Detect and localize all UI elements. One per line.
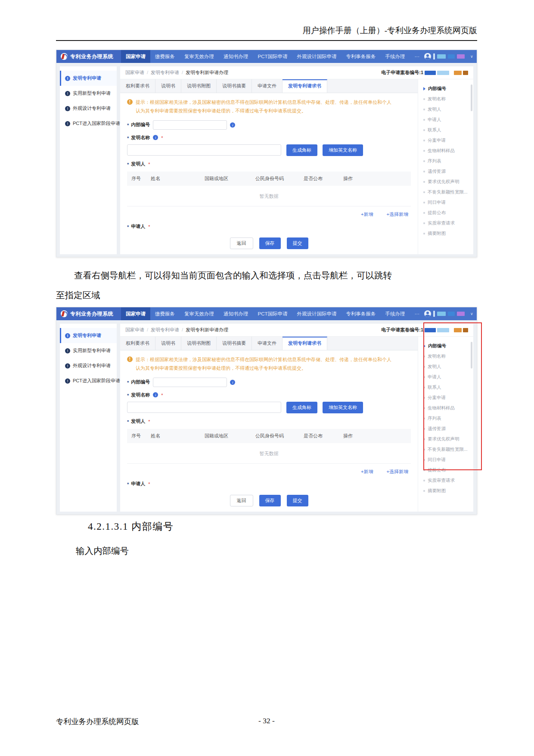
redacted-username-block [448, 54, 455, 59]
tab[interactable]: 发明专利请求书 [283, 79, 327, 93]
top-nav-item[interactable]: ··· [410, 50, 425, 63]
anchor-item[interactable]: 发明名称 [423, 94, 471, 104]
back-button[interactable]: 返回 [230, 237, 253, 249]
top-nav-item[interactable]: ··· [410, 307, 425, 320]
anchor-item[interactable]: 发明人 [423, 104, 471, 115]
anchor-item[interactable]: 要求优先权声明 [423, 177, 471, 187]
section-body-text: 输入内部编号 [76, 545, 129, 557]
top-nav-item[interactable]: 通知书办理 [219, 307, 253, 320]
right-anchor-nav: 内部编号发明名称发明人申请人联系人分案申请生物材料样品序列表遗传资源要求优先权声… [418, 79, 473, 254]
top-nav-item[interactable]: 复审无效办理 [180, 307, 219, 320]
sidebar-item[interactable]: 发明专利申请 [60, 71, 117, 86]
generate-superscript-button[interactable]: 生成角标 [286, 144, 317, 156]
sidebar-item[interactable]: PCT进入国家阶段申请 [60, 116, 117, 131]
submit-button[interactable]: 提交 [287, 237, 308, 249]
invention-name-input[interactable] [127, 144, 281, 156]
breadcrumb-item[interactable]: 国家申请 [125, 327, 144, 332]
anchor-item[interactable]: 同日申请 [423, 197, 471, 208]
anchor-item[interactable]: 摘要附图 [423, 228, 471, 239]
top-nav-item[interactable]: 复审无效办理 [180, 50, 219, 63]
sidebar-item[interactable]: PCT进入国家阶段申请 [60, 373, 117, 388]
breadcrumb-item[interactable]: 发明专利新申请办理 [179, 327, 228, 332]
submit-button[interactable]: 提交 [287, 495, 308, 506]
back-button[interactable]: 返回 [230, 495, 253, 506]
anchor-item[interactable]: 实质审查请求 [423, 218, 471, 228]
tab[interactable]: 申请文件 [252, 337, 283, 350]
required-asterisk [148, 161, 150, 167]
paragraph-line-2: 至指定区域 [56, 285, 481, 305]
anchor-item[interactable]: 不丧失新颖性宽限... [423, 187, 471, 197]
breadcrumb-item[interactable]: 发明专利申请 [144, 327, 179, 332]
anchor-item[interactable]: 申请人 [423, 115, 471, 125]
top-nav-item[interactable]: 手续办理 [381, 50, 410, 63]
anchor-item[interactable]: 序列表 [423, 156, 471, 166]
app-title: 专利业务办理系统 [70, 310, 113, 318]
top-nav-item[interactable]: 专利事务服务 [342, 307, 381, 320]
top-nav-item[interactable]: 外观设计国际申请 [292, 50, 342, 63]
tab[interactable]: 说明书附图 [181, 79, 217, 93]
top-nav-item[interactable]: 缴费服务 [150, 50, 180, 63]
tab[interactable]: 说明书附图 [181, 337, 217, 350]
document-tabs: 权利要求书说明书说明书附图说明书摘要申请文件发明专利请求书 [120, 79, 418, 93]
anchor-item[interactable]: 遗传资源 [423, 166, 471, 177]
anchor-item[interactable]: 分案申请 [423, 135, 471, 146]
scrollbar[interactable] [471, 84, 472, 111]
redacted-number-block [454, 71, 462, 75]
breadcrumb-item[interactable]: 国家申请 [125, 70, 144, 75]
table-column-header: 序号 [131, 433, 151, 439]
save-button[interactable]: 保存 [259, 237, 281, 249]
sidebar-item[interactable]: 外观设计专利申请 [60, 358, 117, 373]
info-icon[interactable] [230, 122, 235, 128]
anchor-item[interactable]: 生物材料样品 [423, 146, 471, 156]
top-nav-item[interactable]: PCT国际申请 [253, 50, 292, 63]
top-nav-item[interactable]: 专利事务服务 [342, 50, 381, 63]
top-nav-item[interactable]: 缴费服务 [150, 307, 180, 320]
user-menu[interactable] [424, 307, 478, 320]
tab[interactable]: 发明专利请求书 [283, 337, 327, 350]
efiling-file-number: 电子申请案卷编号:1 [381, 69, 468, 76]
tab[interactable]: 申请文件 [252, 79, 283, 93]
anchor-item[interactable]: 摘要附图 [423, 486, 471, 496]
internal-no-input[interactable] [153, 120, 227, 130]
sidebar-item[interactable]: 实用新型专利申请 [60, 343, 117, 358]
user-menu[interactable] [424, 50, 478, 63]
generate-superscript-button[interactable]: 生成角标 [286, 402, 317, 413]
save-button[interactable]: 保存 [259, 495, 281, 506]
sidebar-item[interactable]: 发明专利申请 [60, 328, 117, 343]
top-nav-item[interactable]: 手续办理 [381, 307, 410, 320]
add-inventor-link[interactable]: +新增 [361, 469, 373, 474]
internal-no-input[interactable] [153, 378, 227, 387]
info-icon[interactable] [153, 135, 158, 140]
breadcrumb-item[interactable]: 发明专利申请 [144, 70, 179, 75]
invention-name-input[interactable] [127, 402, 281, 413]
anchor-item[interactable]: 提前公布 [423, 208, 471, 218]
anchor-item[interactable]: 联系人 [423, 125, 471, 135]
anchor-item[interactable]: 内部编号 [423, 84, 471, 94]
info-icon[interactable] [153, 392, 158, 397]
add-english-name-button[interactable]: 增加英文名称 [323, 144, 363, 156]
sidebar-item[interactable]: 实用新型专利申请 [60, 86, 117, 101]
required-asterisk [161, 134, 163, 141]
sidebar-item[interactable]: 外观设计专利申请 [60, 101, 117, 116]
tab[interactable]: 权利要求书 [120, 79, 155, 93]
top-nav-item[interactable]: 国家申请 [121, 307, 150, 320]
tab[interactable]: 说明书 [155, 337, 181, 350]
tab[interactable]: 说明书摘要 [217, 79, 252, 93]
tab[interactable]: 说明书 [155, 79, 181, 93]
anchor-item[interactable]: 实质审查请求 [423, 475, 471, 486]
add-inventor-link[interactable]: +新增 [361, 212, 373, 217]
add-english-name-button[interactable]: 增加英文名称 [323, 402, 363, 413]
redacted-number-block [425, 71, 436, 75]
top-nav-item[interactable]: 国家申请 [121, 50, 150, 63]
top-nav-item[interactable]: 通知书办理 [219, 50, 253, 63]
info-icon[interactable] [230, 380, 235, 385]
top-nav-item[interactable]: 外观设计国际申请 [292, 307, 342, 320]
redacted-username-block [437, 54, 446, 59]
breadcrumb-item[interactable]: 发明专利新申请办理 [179, 70, 228, 75]
tab[interactable]: 说明书摘要 [217, 337, 252, 350]
select-add-inventor-link[interactable]: +选择新增 [387, 469, 408, 474]
tab[interactable]: 权利要求书 [120, 337, 155, 350]
top-nav-item[interactable]: PCT国际申请 [253, 307, 292, 320]
form-content: 权利要求书说明书说明书附图说明书摘要申请文件发明专利请求书 提示：根据国家相关法… [120, 79, 418, 254]
select-add-inventor-link[interactable]: +选择新增 [387, 212, 408, 217]
